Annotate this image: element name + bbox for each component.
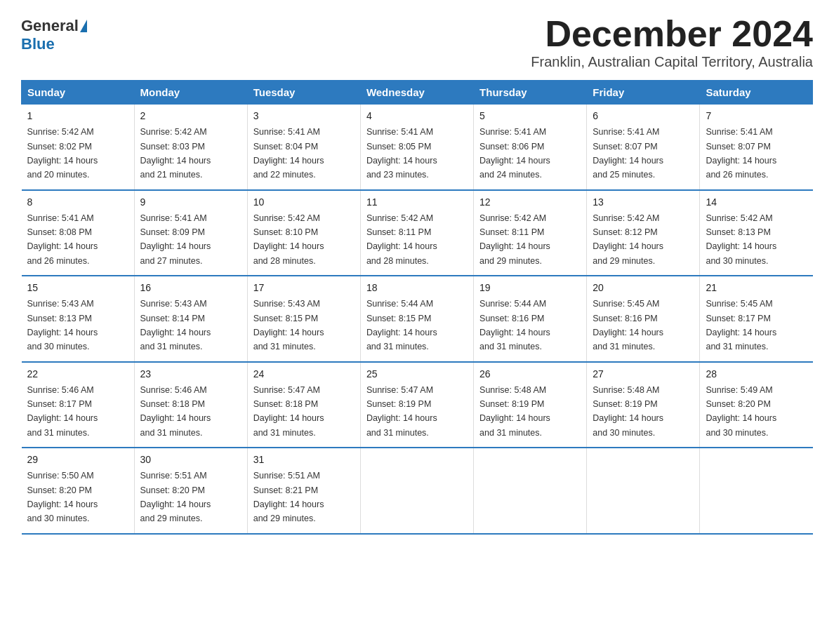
day-number: 14 [706,195,807,210]
day-number: 20 [593,281,694,295]
day-info: Sunrise: 5:42 AMSunset: 8:11 PMDaylight:… [479,213,550,266]
table-row: 13 Sunrise: 5:42 AMSunset: 8:12 PMDaylig… [587,190,700,276]
day-info: Sunrise: 5:51 AMSunset: 8:21 PMDaylight:… [253,471,324,523]
table-row: 6 Sunrise: 5:41 AMSunset: 8:07 PMDayligh… [587,105,700,190]
col-wednesday: Wednesday [360,81,473,105]
table-row: 11 Sunrise: 5:42 AMSunset: 8:11 PMDaylig… [360,190,473,276]
col-saturday: Saturday [700,81,813,105]
day-info: Sunrise: 5:47 AMSunset: 8:19 PMDaylight:… [366,385,437,438]
table-row: 23 Sunrise: 5:46 AMSunset: 8:18 PMDaylig… [134,362,247,448]
table-row: 5 Sunrise: 5:41 AMSunset: 8:06 PMDayligh… [474,105,587,190]
table-row: 3 Sunrise: 5:41 AMSunset: 8:04 PMDayligh… [247,105,360,190]
col-friday: Friday [587,81,700,105]
day-number: 26 [479,367,581,382]
day-info: Sunrise: 5:50 AMSunset: 8:20 PMDaylight:… [27,471,98,523]
day-number: 7 [706,109,807,123]
day-info: Sunrise: 5:41 AMSunset: 8:07 PMDaylight:… [593,127,663,180]
day-info: Sunrise: 5:48 AMSunset: 8:19 PMDaylight:… [593,385,663,438]
col-tuesday: Tuesday [247,81,360,105]
day-number: 8 [27,195,128,210]
table-row: 31 Sunrise: 5:51 AMSunset: 8:21 PMDaylig… [247,448,360,534]
day-info: Sunrise: 5:45 AMSunset: 8:17 PMDaylight:… [706,299,776,351]
day-info: Sunrise: 5:45 AMSunset: 8:16 PMDaylight:… [593,299,663,351]
day-number: 18 [366,281,468,295]
table-row [474,448,587,534]
day-info: Sunrise: 5:41 AMSunset: 8:07 PMDaylight:… [706,127,776,180]
calendar-week-row: 1 Sunrise: 5:42 AMSunset: 8:02 PMDayligh… [22,105,813,190]
day-number: 25 [366,367,468,382]
day-info: Sunrise: 5:42 AMSunset: 8:03 PMDaylight:… [140,127,211,180]
day-number: 19 [479,281,581,295]
day-number: 23 [140,367,241,382]
table-row: 9 Sunrise: 5:41 AMSunset: 8:09 PMDayligh… [134,190,247,276]
table-row: 18 Sunrise: 5:44 AMSunset: 8:15 PMDaylig… [360,276,473,362]
day-number: 30 [140,452,241,467]
table-row: 26 Sunrise: 5:48 AMSunset: 8:19 PMDaylig… [474,362,587,448]
day-number: 6 [593,109,694,123]
table-row: 12 Sunrise: 5:42 AMSunset: 8:11 PMDaylig… [474,190,587,276]
table-row: 14 Sunrise: 5:42 AMSunset: 8:13 PMDaylig… [700,190,813,276]
table-row: 29 Sunrise: 5:50 AMSunset: 8:20 PMDaylig… [22,448,135,534]
day-number: 27 [593,367,694,382]
day-info: Sunrise: 5:46 AMSunset: 8:17 PMDaylight:… [27,385,98,438]
day-info: Sunrise: 5:51 AMSunset: 8:20 PMDaylight:… [140,471,211,523]
table-row: 2 Sunrise: 5:42 AMSunset: 8:03 PMDayligh… [134,105,247,190]
table-row: 19 Sunrise: 5:44 AMSunset: 8:16 PMDaylig… [474,276,587,362]
day-number: 4 [366,109,468,123]
col-sunday: Sunday [22,81,135,105]
day-number: 12 [479,195,581,210]
day-number: 2 [140,109,241,123]
location-subtitle: Franklin, Australian Capital Territory, … [531,54,813,70]
day-info: Sunrise: 5:44 AMSunset: 8:16 PMDaylight:… [479,299,550,351]
logo-triangle-icon [80,20,87,32]
day-info: Sunrise: 5:43 AMSunset: 8:13 PMDaylight:… [27,299,98,351]
day-number: 29 [27,452,128,467]
day-number: 17 [253,281,355,295]
table-row: 1 Sunrise: 5:42 AMSunset: 8:02 PMDayligh… [22,105,135,190]
day-info: Sunrise: 5:49 AMSunset: 8:20 PMDaylight:… [706,385,776,438]
day-info: Sunrise: 5:43 AMSunset: 8:14 PMDaylight:… [140,299,211,351]
day-number: 16 [140,281,241,295]
table-row: 25 Sunrise: 5:47 AMSunset: 8:19 PMDaylig… [360,362,473,448]
day-info: Sunrise: 5:42 AMSunset: 8:12 PMDaylight:… [593,213,663,266]
day-number: 24 [253,367,355,382]
day-info: Sunrise: 5:41 AMSunset: 8:09 PMDaylight:… [140,213,211,266]
logo-blue: Blue [21,35,55,53]
logo: General Blue [21,14,87,53]
day-info: Sunrise: 5:42 AMSunset: 8:11 PMDaylight:… [366,213,437,266]
day-info: Sunrise: 5:42 AMSunset: 8:10 PMDaylight:… [253,213,324,266]
day-info: Sunrise: 5:41 AMSunset: 8:05 PMDaylight:… [366,127,437,180]
day-number: 22 [27,367,128,382]
table-row [360,448,473,534]
table-row: 24 Sunrise: 5:47 AMSunset: 8:18 PMDaylig… [247,362,360,448]
month-title: December 2024 [531,14,813,54]
day-info: Sunrise: 5:41 AMSunset: 8:04 PMDaylight:… [253,127,324,180]
day-info: Sunrise: 5:42 AMSunset: 8:13 PMDaylight:… [706,213,776,266]
table-row: 30 Sunrise: 5:51 AMSunset: 8:20 PMDaylig… [134,448,247,534]
table-row: 10 Sunrise: 5:42 AMSunset: 8:10 PMDaylig… [247,190,360,276]
day-number: 15 [27,281,128,295]
calendar-week-row: 29 Sunrise: 5:50 AMSunset: 8:20 PMDaylig… [22,448,813,534]
table-row: 21 Sunrise: 5:45 AMSunset: 8:17 PMDaylig… [700,276,813,362]
day-number: 5 [479,109,581,123]
table-row: 7 Sunrise: 5:41 AMSunset: 8:07 PMDayligh… [700,105,813,190]
col-monday: Monday [134,81,247,105]
day-number: 3 [253,109,355,123]
table-row: 16 Sunrise: 5:43 AMSunset: 8:14 PMDaylig… [134,276,247,362]
day-number: 13 [593,195,694,210]
day-number: 11 [366,195,468,210]
day-info: Sunrise: 5:46 AMSunset: 8:18 PMDaylight:… [140,385,211,438]
calendar-table: Sunday Monday Tuesday Wednesday Thursday… [21,80,813,535]
page-header: General Blue December 2024 Franklin, Aus… [21,14,813,77]
day-number: 1 [27,109,128,123]
day-number: 10 [253,195,355,210]
day-info: Sunrise: 5:43 AMSunset: 8:15 PMDaylight:… [253,299,324,351]
table-row: 15 Sunrise: 5:43 AMSunset: 8:13 PMDaylig… [22,276,135,362]
calendar-header-row: Sunday Monday Tuesday Wednesday Thursday… [22,81,813,105]
calendar-week-row: 8 Sunrise: 5:41 AMSunset: 8:08 PMDayligh… [22,190,813,276]
table-row [700,448,813,534]
day-info: Sunrise: 5:41 AMSunset: 8:08 PMDaylight:… [27,213,98,266]
day-number: 28 [706,367,807,382]
day-info: Sunrise: 5:48 AMSunset: 8:19 PMDaylight:… [479,385,550,438]
table-row: 17 Sunrise: 5:43 AMSunset: 8:15 PMDaylig… [247,276,360,362]
